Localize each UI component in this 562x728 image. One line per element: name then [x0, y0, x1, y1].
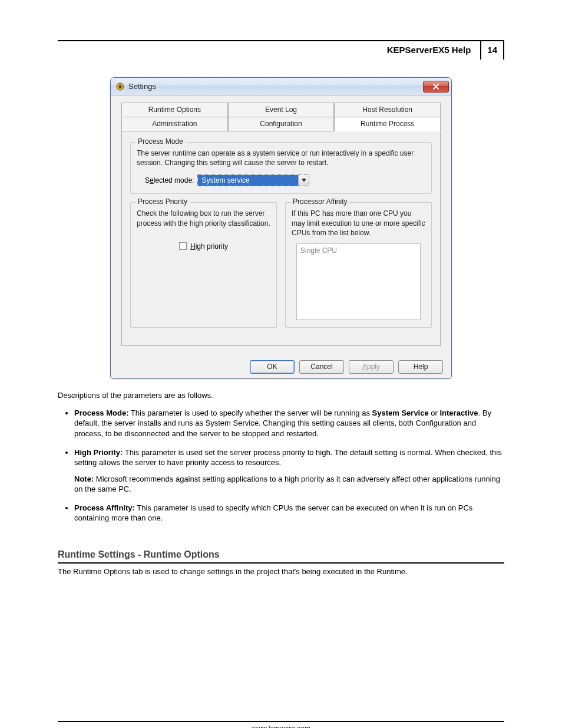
selected-mode-label: Selected mode: [145, 176, 194, 185]
high-priority-checkbox[interactable] [179, 242, 187, 250]
dialog-title: Settings [128, 82, 423, 91]
tab-administration[interactable]: Administration [121, 117, 228, 131]
footer-url: www.kepware.com [58, 721, 504, 728]
dialog-button-row: OK Cancel Apply Help [111, 354, 451, 378]
chevron-down-icon[interactable] [298, 175, 309, 186]
legend-process-mode: Process Mode [135, 137, 186, 146]
list-item: Process Mode: This parameter is used to … [74, 408, 504, 439]
header-title: KEPServerEX5 Help [385, 41, 474, 60]
group-process-mode: Process Mode The server runtime can oper… [130, 142, 432, 194]
tab-host-resolution[interactable]: Host Resolution [334, 103, 441, 117]
tab-runtime-process[interactable]: Runtime Process [334, 117, 441, 131]
group-processor-affinity: Processor Affinity If this PC has more t… [285, 202, 432, 328]
high-priority-label: High priority [190, 242, 228, 251]
apply-button[interactable]: Apply [349, 360, 394, 374]
tab-event-log[interactable]: Event Log [228, 103, 335, 117]
description-list: Process Mode: This parameter is used to … [74, 408, 504, 523]
group-process-priority: Process Priority Check the following box… [130, 202, 277, 328]
process-mode-text: The server runtime can operate as a syst… [137, 149, 425, 167]
close-icon[interactable] [423, 81, 449, 93]
cpu-listbox[interactable]: Single CPU [296, 243, 421, 320]
page-header: KEPServerEX5 Help 14 [58, 40, 504, 60]
list-item: Process Affinity: This parameter is used… [74, 503, 504, 523]
page-number: 14 [480, 41, 504, 60]
help-button[interactable]: Help [398, 360, 443, 374]
settings-dialog: Settings Runtime Options Event Log Host … [110, 77, 452, 379]
tab-strip: Runtime Options Event Log Host Resolutio… [121, 103, 441, 131]
tab-configuration[interactable]: Configuration [228, 117, 335, 131]
cpu-list-item: Single CPU [300, 246, 416, 255]
process-priority-text: Check the following box to run the serve… [137, 209, 270, 228]
list-item: High Priority: This parameter is used se… [74, 447, 504, 495]
svg-point-1 [119, 85, 121, 87]
ok-button[interactable]: OK [250, 360, 295, 374]
legend-process-priority: Process Priority [135, 197, 190, 206]
selected-mode-value: System service [198, 175, 298, 186]
app-icon [115, 82, 125, 91]
tab-runtime-options[interactable]: Runtime Options [121, 103, 228, 117]
section-heading: Runtime Settings - Runtime Options [58, 549, 504, 564]
description-intro: Descriptions of the parameters are as fo… [58, 391, 504, 400]
legend-processor-affinity: Processor Affinity [290, 197, 349, 206]
section-body: The Runtime Options tab is used to chang… [58, 567, 504, 576]
titlebar: Settings [111, 78, 451, 95]
tab-panel: Process Mode The server runtime can oper… [121, 131, 441, 346]
selected-mode-combo[interactable]: System service [197, 174, 309, 186]
processor-affinity-text: If this PC has more than one CPU you may… [292, 209, 425, 238]
cancel-button[interactable]: Cancel [299, 360, 344, 374]
